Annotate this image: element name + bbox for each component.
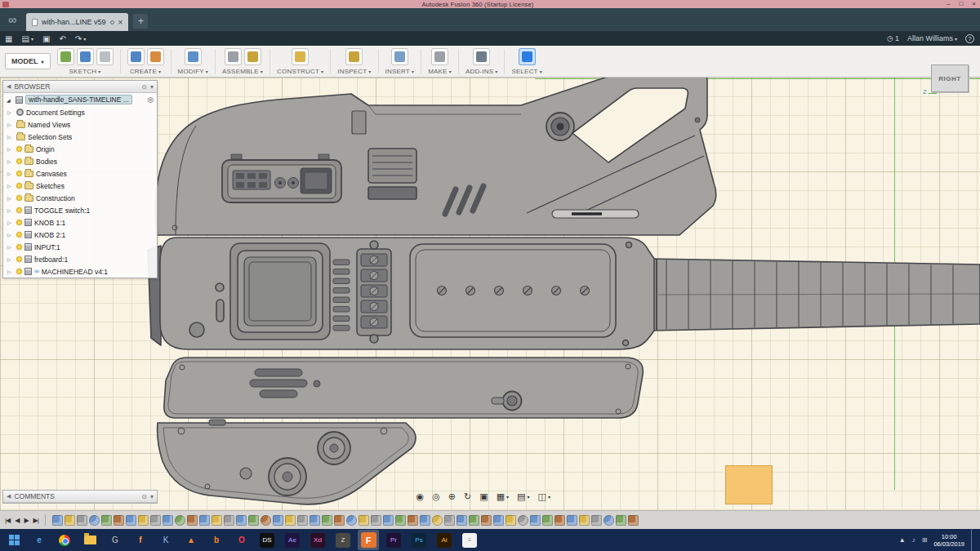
viewcube[interactable]: RIGHT Z — [923, 64, 970, 92]
timeline-feature-icon[interactable] — [420, 515, 430, 526]
browser-item-origin[interactable]: ▷Origin — [3, 143, 157, 155]
expand-arrow-icon[interactable]: ▷ — [7, 244, 14, 250]
file-menu-icon[interactable]: ▤ — [21, 34, 33, 43]
go-to-start-button[interactable]: |◀ — [5, 517, 10, 524]
expand-arrow-icon[interactable]: ▷ — [7, 158, 14, 164]
expand-arrow-icon[interactable]: ▷ — [7, 220, 14, 225]
taskbar-premiere[interactable]: Pr — [383, 530, 404, 550]
expand-arrow-icon[interactable]: ▷ — [7, 146, 14, 152]
timeline-feature-icon[interactable] — [359, 515, 369, 526]
timeline-feature-icon[interactable] — [616, 515, 626, 526]
ribbon-group-label-inspect[interactable]: INSPECT — [337, 68, 371, 75]
app-grid-icon[interactable]: ▦ — [5, 34, 12, 43]
timeline-feature-icon[interactable] — [65, 515, 75, 526]
taskbar-opera[interactable]: O — [231, 530, 252, 550]
taskbar-gimp[interactable]: G — [105, 530, 126, 550]
scripts-addins-icon[interactable] — [473, 48, 490, 65]
step-back-button[interactable]: ◀ — [15, 517, 19, 524]
taskbar-fusion-360[interactable]: F — [358, 530, 379, 550]
expand-arrow-icon[interactable]: ▷ — [7, 232, 14, 238]
undo-icon[interactable]: ↶ — [59, 34, 65, 43]
expand-arrow-icon[interactable]: ▷ — [7, 183, 14, 189]
measure-icon[interactable] — [345, 48, 363, 65]
panel-option-icon[interactable]: ⊙ — [141, 493, 147, 500]
activate-target-icon[interactable]: ◎ — [147, 96, 154, 104]
taskbar-file-explorer[interactable] — [79, 530, 100, 550]
expand-arrow-icon[interactable]: ▷ — [7, 195, 14, 201]
expand-arrow-icon[interactable]: ▷ — [7, 109, 14, 115]
tray-volume-icon[interactable]: ♪ — [912, 536, 915, 544]
timeline-feature-icon[interactable] — [346, 515, 357, 526]
visibility-bulb-icon[interactable] — [16, 158, 22, 164]
user-menu[interactable]: Allan Williams — [907, 34, 957, 42]
timeline-feature-icon[interactable] — [273, 515, 283, 526]
joint-icon[interactable] — [244, 48, 261, 65]
taskbar-blender[interactable]: b — [206, 530, 227, 550]
panel-caret-icon[interactable]: ▾ — [150, 83, 154, 91]
timeline-feature-icon[interactable] — [542, 515, 553, 526]
timeline-feature-icon[interactable] — [175, 515, 185, 526]
taskbar-photoshop[interactable]: Ps — [408, 530, 430, 550]
browser-item-named-views[interactable]: ▷Named Views — [3, 118, 157, 131]
timeline-feature-icon[interactable] — [530, 515, 541, 526]
panel-caret-icon[interactable]: ▾ — [150, 493, 154, 500]
show-desktop-button[interactable] — [971, 529, 973, 551]
timeline-feature-icon[interactable] — [126, 515, 136, 526]
taskbar-vlc[interactable]: ▲ — [180, 530, 202, 550]
orbit-icon[interactable]: ◉ — [416, 491, 425, 502]
timeline-feature-icon[interactable] — [52, 515, 63, 526]
display-settings-icon[interactable]: ▦ — [497, 491, 509, 502]
project-geometry-icon[interactable] — [77, 48, 94, 65]
taskbar-firefox[interactable]: f — [130, 530, 151, 550]
timeline-feature-icon[interactable] — [285, 515, 296, 526]
visibility-bulb-icon[interactable] — [16, 244, 22, 250]
timeline-feature-icon[interactable] — [261, 515, 271, 526]
timeline-feature-icon[interactable] — [457, 515, 467, 526]
ribbon-group-label-assemble[interactable]: ASSEMBLE — [222, 68, 263, 75]
timeline-feature-icon[interactable] — [555, 515, 565, 526]
browser-item-document-settings[interactable]: ▷Document Settings — [3, 106, 157, 118]
browser-root-item[interactable]: ◢ with-handle_SANS-TIMELINE ... ◎ — [3, 93, 157, 106]
go-to-end-button[interactable]: ▶| — [33, 517, 38, 524]
ribbon-group-label-addins[interactable]: ADD-INS — [466, 68, 498, 75]
zoom-icon[interactable]: ↻ — [464, 491, 471, 502]
viewports-icon[interactable]: ◫ — [538, 491, 550, 502]
maximize-button[interactable]: □ — [959, 1, 963, 7]
timeline-feature-icon[interactable] — [408, 515, 418, 526]
timeline-feature-icon[interactable] — [506, 515, 516, 526]
comments-header[interactable]: ◀ COMMENTS ⊙ ▾ — [3, 491, 157, 503]
create-sketch-icon[interactable] — [57, 48, 74, 65]
new-component-icon[interactable] — [225, 48, 242, 65]
grid-snaps-icon[interactable]: ▤ — [517, 491, 529, 502]
timeline-feature-icon[interactable] — [383, 515, 394, 526]
visibility-bulb-icon[interactable] — [16, 232, 22, 238]
canvas-selection-box[interactable] — [725, 465, 773, 504]
ribbon-group-label-make[interactable]: MAKE — [428, 68, 452, 75]
collapse-arrow-icon[interactable]: ◀ — [7, 83, 11, 90]
visibility-bulb-icon[interactable] — [16, 207, 22, 213]
taskbar-davinci[interactable]: DS — [256, 530, 278, 550]
timeline-feature-icon[interactable] — [579, 515, 590, 526]
browser-item-toggle-switch-1[interactable]: ▷TOGGLE switch:1 — [3, 204, 157, 216]
timeline-feature-icon[interactable] — [114, 515, 124, 526]
timeline-feature-icon[interactable] — [248, 515, 259, 526]
timeline-feature-icon[interactable] — [101, 515, 112, 526]
redo-icon[interactable]: ↷ — [75, 34, 86, 43]
browser-item-input-1[interactable]: ▷INPUT:1 — [3, 241, 157, 253]
timeline-feature-icon[interactable] — [469, 515, 479, 526]
ribbon-group-label-sketch[interactable]: SKETCH — [69, 68, 101, 75]
visibility-bulb-icon[interactable] — [16, 183, 22, 189]
insert-canvas-icon[interactable] — [391, 48, 408, 65]
timeline-feature-icon[interactable] — [163, 515, 173, 526]
taskbar-adobe-xd[interactable]: Xd — [307, 530, 328, 550]
play-button[interactable]: ▶ — [24, 517, 28, 524]
timeline-feature-icon[interactable] — [395, 515, 406, 526]
sketch-rectangle-icon[interactable] — [96, 48, 114, 65]
browser-item-knob-1-1[interactable]: ▷KNOB 1:1 — [3, 216, 157, 229]
visibility-bulb-icon[interactable] — [16, 220, 22, 225]
timeline-feature-icon[interactable] — [604, 515, 614, 526]
browser-header[interactable]: ◀ BROWSER ⊙ ▾ — [3, 81, 157, 93]
timeline-feature-icon[interactable] — [187, 515, 198, 526]
timeline-feature-icon[interactable] — [199, 515, 210, 526]
new-tab-button[interactable]: + — [133, 14, 148, 29]
